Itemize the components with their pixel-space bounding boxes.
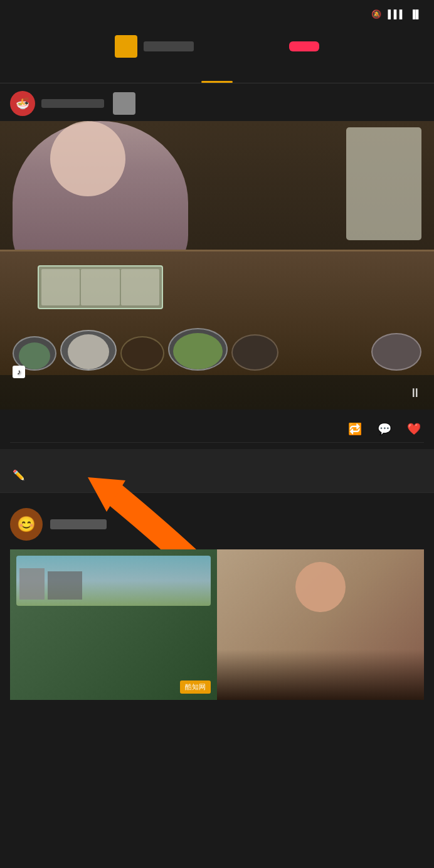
watermark-badge: 酷知网 bbox=[180, 680, 211, 694]
tab-dynamic[interactable] bbox=[145, 65, 290, 83]
tabs-bar bbox=[0, 65, 434, 83]
add-comment-row[interactable]: ✏️ bbox=[13, 469, 421, 481]
post-avatar: 🍜 bbox=[10, 91, 35, 116]
user-avatar-nav bbox=[115, 35, 137, 58]
back-button[interactable] bbox=[13, 43, 19, 50]
post-username bbox=[41, 99, 104, 108]
post2-username bbox=[50, 519, 107, 529]
post-user-row: 🍜 bbox=[0, 83, 434, 116]
like-button[interactable]: ❤️ bbox=[407, 422, 424, 436]
bag-item bbox=[346, 127, 421, 240]
pencil-icon: ✏️ bbox=[13, 469, 25, 481]
post2-avatar: 😊 bbox=[10, 508, 43, 541]
chef-head bbox=[50, 121, 125, 196]
action-row: 🔁 💬 ❤️ bbox=[10, 416, 424, 443]
repost-icon: 🔁 bbox=[348, 422, 362, 436]
status-bar: 🔕 ▐▐▐ ▐▌ bbox=[0, 0, 434, 28]
comment-button[interactable]: 💬 bbox=[378, 422, 394, 436]
comment-section: ✏️ bbox=[0, 449, 434, 493]
post-thumbnail bbox=[113, 92, 135, 115]
pots-row bbox=[13, 328, 278, 371]
signal-icon: ▐▐▐ bbox=[385, 9, 403, 19]
tiktok-icon bbox=[13, 366, 25, 378]
video-watermark bbox=[13, 366, 30, 378]
status-icons: 🔕 ▐▐▐ ▐▌ bbox=[368, 9, 421, 19]
post2-user: 😊 bbox=[10, 508, 107, 541]
more-button[interactable] bbox=[415, 43, 421, 50]
tab-works[interactable] bbox=[0, 65, 145, 83]
mute-icon: 🔕 bbox=[371, 9, 381, 19]
first-post: 🍜 bbox=[0, 83, 434, 493]
post2-header: 😊 bbox=[10, 508, 424, 541]
nav-center bbox=[115, 35, 194, 58]
action-buttons: 🔁 💬 ❤️ bbox=[348, 422, 424, 436]
tab-likes[interactable] bbox=[289, 65, 434, 83]
second-post: 😊 酷知网 bbox=[0, 498, 434, 700]
top-nav bbox=[0, 28, 434, 65]
side-bowl bbox=[371, 333, 421, 371]
video-right-panel bbox=[217, 549, 424, 700]
video-player[interactable]: ⏸ bbox=[0, 121, 434, 410]
post-actions: 🔁 💬 ❤️ bbox=[0, 410, 434, 449]
video-left-panel: 酷知网 bbox=[10, 549, 217, 700]
pause-button[interactable]: ⏸ bbox=[409, 386, 421, 400]
repost-button[interactable]: 🔁 bbox=[348, 422, 365, 436]
post2-video[interactable]: 酷知网 bbox=[10, 549, 424, 700]
follow-button[interactable] bbox=[289, 41, 319, 51]
comment-wrapper: ✏️ bbox=[0, 449, 434, 493]
comment-icon: 💬 bbox=[378, 422, 391, 436]
username-nav bbox=[144, 41, 194, 51]
heart-icon: ❤️ bbox=[407, 422, 421, 436]
battery-icon: ▐▌ bbox=[410, 9, 421, 19]
condiment-tray bbox=[38, 265, 163, 309]
